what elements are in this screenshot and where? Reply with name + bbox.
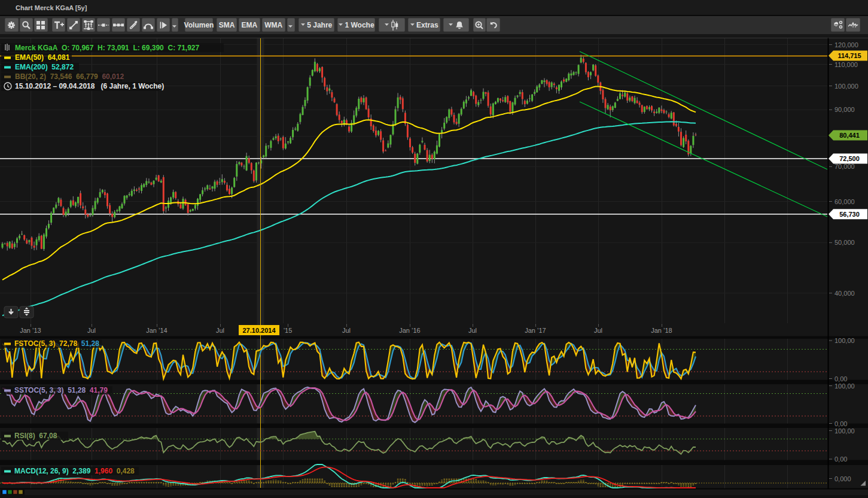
svg-text:FSTOC(5, 3) 72,78 51,28: FSTOC(5, 3) 72,78 51,28	[14, 339, 99, 348]
svg-text:Jul: Jul	[468, 327, 477, 334]
svg-text:Jul: Jul	[342, 327, 351, 334]
svg-text:120,000: 120,000	[835, 41, 858, 48]
svg-text:BB(20, 2) 73,546 66,779 60,: BB(20, 2) 73,546 66,779 60,012	[15, 72, 124, 81]
svg-text:40,000: 40,000	[835, 290, 855, 297]
svg-text:110,000: 110,000	[835, 61, 858, 68]
svg-text:72,500: 72,500	[839, 155, 860, 162]
svg-text:0,00: 0,00	[835, 456, 847, 463]
svg-text:MACD(12, 26, 9) 2,389 1,960: MACD(12, 26, 9) 2,389 1,960 0,428	[14, 467, 135, 475]
svg-text:0,00: 0,00	[835, 420, 847, 427]
svg-text:100,00: 100,00	[835, 337, 855, 344]
svg-text:60,000: 60,000	[835, 198, 855, 205]
svg-text:Jan ’16: Jan ’16	[399, 327, 420, 334]
svg-text:EMA(50) 64,081: EMA(50) 64,081	[15, 53, 70, 62]
svg-text:100,00: 100,00	[835, 427, 855, 435]
svg-text:Jan ’18: Jan ’18	[651, 327, 672, 334]
svg-text:100,000: 100,000	[835, 83, 858, 90]
svg-text:50,000: 50,000	[835, 239, 855, 246]
svg-text:Jul: Jul	[216, 327, 224, 334]
svg-text:70,000: 70,000	[835, 163, 855, 170]
svg-text:Jan ’17: Jan ’17	[525, 327, 546, 334]
svg-text:RSI(8) 67,08: RSI(8) 67,08	[14, 432, 57, 440]
svg-text:114,715: 114,715	[837, 52, 861, 59]
svg-text:15.10.2012 – 09.04.2018 (6 J: 15.10.2012 – 09.04.2018 (6 Jahre, 1 Woch…	[15, 82, 164, 90]
svg-text:EMA(200) 52,872: EMA(200) 52,872	[15, 63, 74, 71]
svg-text:Jan ’13: Jan ’13	[20, 327, 41, 334]
svg-text:Jan ’14: Jan ’14	[146, 327, 167, 334]
svg-text:0,00: 0,00	[835, 375, 847, 382]
svg-text:90,000: 90,000	[835, 106, 855, 113]
svg-text:100,00: 100,00	[835, 382, 855, 390]
svg-text:Jul: Jul	[594, 327, 602, 334]
svg-text:27.10.2014: 27.10.2014	[242, 327, 276, 334]
svg-text:0,000: 0,000	[835, 475, 851, 482]
svg-text:56,730: 56,730	[839, 211, 860, 218]
svg-text:’15: ’15	[284, 327, 293, 334]
svg-text:SSTOC(5, 3, 3) 51,28 41,79: SSTOC(5, 3, 3) 51,28 41,79	[14, 386, 108, 394]
svg-text:80,441: 80,441	[839, 132, 860, 139]
svg-text:Jul: Jul	[87, 327, 96, 334]
svg-text:Merck KGaA O: 70,967 H: 73,0: Merck KGaA O: 70,967 H: 73,091 L: 69,390…	[15, 44, 199, 52]
